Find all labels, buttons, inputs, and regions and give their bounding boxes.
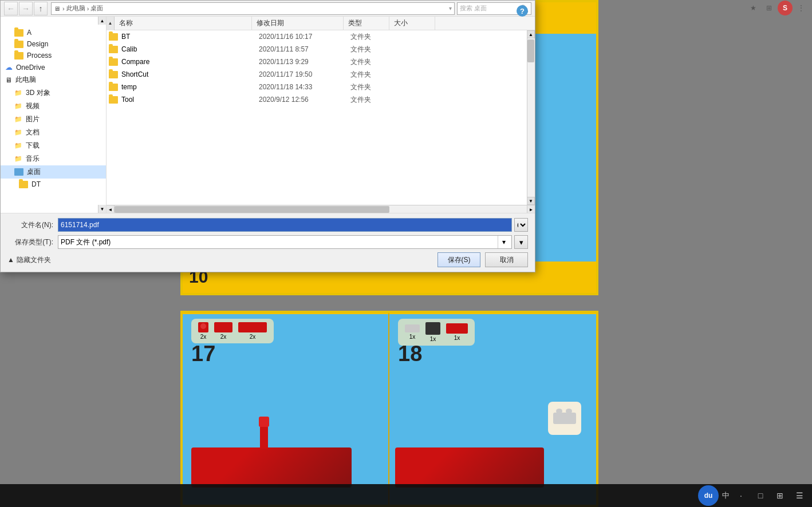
computer-icon: 🖥 xyxy=(5,76,12,84)
nav-forward-button[interactable]: → xyxy=(19,2,33,15)
taskbar-window-icon[interactable]: □ xyxy=(752,488,768,504)
sidebar-item-download[interactable]: 📁 下载 xyxy=(1,139,106,152)
sidebar-label-design: Design xyxy=(27,40,48,48)
file-name: Compare xyxy=(121,58,259,66)
scroll-left-arrow[interactable]: ◄ xyxy=(107,205,115,213)
lego-assembly-18 xyxy=(389,402,593,493)
sidebar-item-3d[interactable]: 📁 3D 对象 xyxy=(1,86,106,100)
sidebar-item-DT[interactable]: DT xyxy=(1,179,106,190)
scroll-up-arrow[interactable]: ▲ xyxy=(527,30,535,38)
file-type: 文件夹 xyxy=(350,82,396,92)
filename-dropdown[interactable]: 6151714.pdf xyxy=(514,218,528,232)
cancel-button[interactable]: 取消 xyxy=(485,252,528,267)
file-folder-icon xyxy=(109,58,118,66)
filetype-value: PDF 文件 (*.pdf) xyxy=(61,237,111,247)
file-row[interactable]: Calib 2020/11/11 8:57 文件夹 xyxy=(107,43,535,56)
extensions-icon[interactable]: ⊞ xyxy=(762,1,776,15)
filetype-dropdown-btn[interactable]: ▾ xyxy=(514,235,528,249)
file-row[interactable]: Tool 2020/9/12 12:56 文件夹 xyxy=(107,93,535,106)
sidebar-item-music[interactable]: 📁 音乐 xyxy=(1,152,106,165)
file-name: temp xyxy=(121,83,259,91)
step-18-label: 18 xyxy=(398,342,422,366)
sidebar-label-computer: 此电脑 xyxy=(15,75,36,85)
filelist-scrollbar-h[interactable]: ◄ ► xyxy=(107,205,535,213)
taskbar-input-method[interactable]: 中 xyxy=(722,490,730,501)
scroll-thumb[interactable] xyxy=(527,39,534,62)
sidebar-item-onedrive[interactable]: ☁ OneDrive xyxy=(1,61,106,73)
sidebar-label-process: Process xyxy=(27,52,52,60)
filetype-select[interactable]: PDF 文件 (*.pdf) ▾ xyxy=(58,235,512,249)
file-row[interactable]: BT 2020/11/16 10:17 文件夹 xyxy=(107,30,535,43)
taskbar-grid-icon[interactable]: ⊞ xyxy=(772,488,788,504)
more-options-icon[interactable]: ⋮ xyxy=(794,1,809,15)
col-header-size[interactable]: 大小 xyxy=(389,17,435,30)
nav-back-button[interactable]: ← xyxy=(4,2,18,15)
filename-input[interactable] xyxy=(58,218,512,232)
parts-box-17: 2x 2x 2x xyxy=(191,319,274,343)
address-bar[interactable]: 🖥 › 此电脑 › 桌面 ▾ xyxy=(51,2,455,15)
scroll-right-arrow[interactable]: ► xyxy=(527,205,535,213)
col-header-name[interactable]: 名称 xyxy=(115,17,252,30)
filelist-scrollbar-v[interactable]: ▲ ▼ xyxy=(527,30,535,205)
sidebar-item-design[interactable]: Design xyxy=(1,38,106,50)
file-folder-icon xyxy=(109,96,118,104)
sidebar-label-onedrive: OneDrive xyxy=(16,64,45,72)
sidebar-label-DT: DT xyxy=(31,180,41,188)
save-dialog-overlay: ← → ↑ 🖥 › 此电脑 › 桌面 ▾ 搜索 桌面 🔍 ? xyxy=(0,0,538,272)
scroll-down-arrow[interactable]: ▼ xyxy=(527,197,535,205)
bookmark-star-icon[interactable]: ★ xyxy=(746,1,760,15)
video-folder-icon: 📁 xyxy=(14,102,22,110)
sidebar-scroll-down[interactable]: ▼ xyxy=(98,205,106,213)
file-folder-icon xyxy=(109,33,118,41)
filetype-dropdown-arrow[interactable]: ▾ xyxy=(498,236,509,248)
part-18-1: 1x xyxy=(405,324,420,340)
folder-process-icon xyxy=(14,52,23,60)
lego-assembly-17 xyxy=(191,407,380,493)
sidebar-item-picture[interactable]: 📁 图片 xyxy=(1,113,106,126)
file-folder-icon xyxy=(109,84,118,91)
file-date: 2020/11/11 8:57 xyxy=(259,45,350,53)
user-avatar[interactable]: S xyxy=(778,1,793,15)
part-18-3: 1x xyxy=(446,323,468,341)
col-header-type[interactable]: 类型 xyxy=(344,17,389,30)
hide-folders-toggle[interactable]: ▲ 隐藏文件夹 xyxy=(7,255,51,265)
taskbar-menu-icon[interactable]: ☰ xyxy=(791,488,807,504)
col-header-date[interactable]: 修改日期 xyxy=(252,17,344,30)
sidebar-label-download: 下载 xyxy=(26,141,40,150)
file-list-scroll[interactable]: BT 2020/11/16 10:17 文件夹 Calib 2020/11/11… xyxy=(107,30,535,205)
scroll-h-thumb[interactable] xyxy=(115,206,389,213)
sidebar-label-picture: 图片 xyxy=(26,114,40,124)
dialog-nav-bar: ← → ↑ 🖥 › 此电脑 › 桌面 ▾ 搜索 桌面 🔍 xyxy=(1,1,535,17)
sidebar-item-computer[interactable]: 🖥 此电脑 xyxy=(1,73,106,86)
part-17-2: 2x xyxy=(214,322,232,340)
folder-DT-icon xyxy=(19,181,28,188)
folder-A-icon xyxy=(14,29,23,37)
help-icon[interactable]: ? xyxy=(517,5,528,17)
file-row[interactable]: ShortCut 2020/11/17 19:50 文件夹 xyxy=(107,68,535,81)
3d-folder-icon: 📁 xyxy=(14,89,22,97)
sidebar-item-docs[interactable]: 📁 文档 xyxy=(1,126,106,139)
file-row[interactable]: temp 2020/11/18 14:33 文件夹 xyxy=(107,81,535,93)
filename-label: 文件名(N): xyxy=(7,220,53,230)
address-text: 此电脑 xyxy=(66,4,85,13)
sidebar-item-desktop[interactable]: 桌面 xyxy=(1,165,106,179)
docs-folder-icon: 📁 xyxy=(14,129,22,136)
nav-up-button[interactable]: ↑ xyxy=(34,2,48,15)
file-type: 文件夹 xyxy=(350,57,396,67)
du-logo-icon[interactable]: du xyxy=(698,485,719,506)
filetype-label: 保存类型(T): xyxy=(7,237,53,247)
file-row[interactable]: Compare 2020/11/13 9:29 文件夹 xyxy=(107,56,535,68)
hide-folders-arrow: ▲ xyxy=(7,256,14,264)
file-type: 文件夹 xyxy=(350,32,396,42)
sidebar-item-process[interactable]: Process xyxy=(1,50,106,61)
file-name: Calib xyxy=(121,45,259,53)
sidebar-scroll-up[interactable]: ▲ xyxy=(98,17,106,25)
taskbar-dot-icon[interactable]: · xyxy=(733,488,749,504)
address-dropdown-icon[interactable]: ▾ xyxy=(449,5,452,11)
sidebar-item-A[interactable]: A xyxy=(1,27,106,38)
filelist-scroll-up[interactable]: ▲ xyxy=(107,17,115,30)
sidebar-item-video[interactable]: 📁 视频 xyxy=(1,100,106,113)
dialog-body: ▲ A Design Process ☁ OneDrive xyxy=(1,17,535,213)
hint-box xyxy=(548,402,581,435)
save-button[interactable]: 保存(S) xyxy=(437,252,480,267)
